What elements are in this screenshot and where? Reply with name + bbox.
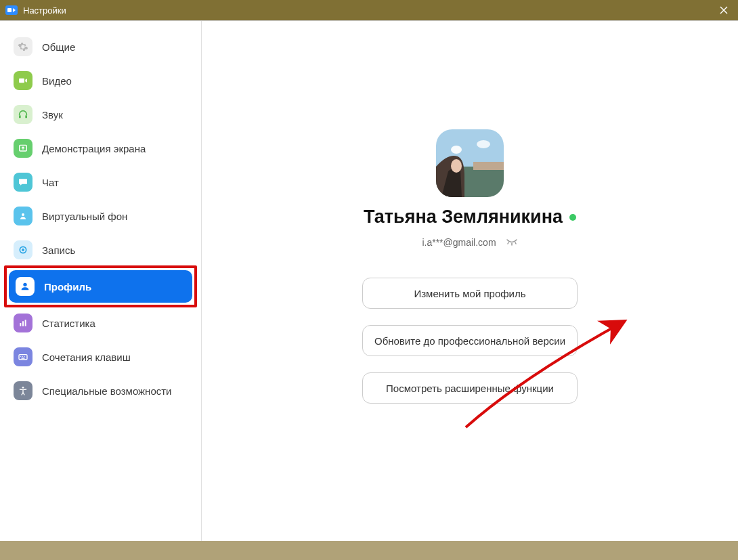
sidebar-item-label: Демонстрация экрана — [42, 143, 146, 154]
svg-rect-17 — [21, 358, 24, 358]
status-indicator-online — [569, 214, 576, 221]
sidebar-item-label: Чат — [42, 177, 59, 188]
chat-icon — [14, 173, 32, 192]
accessibility-icon — [14, 381, 32, 400]
video-icon — [14, 71, 32, 90]
svg-point-15 — [22, 356, 23, 357]
keyboard-icon — [14, 347, 32, 366]
sidebar-item-label: Общие — [42, 41, 75, 53]
svg-point-8 — [22, 249, 24, 251]
svg-line-25 — [508, 242, 508, 244]
stats-icon — [14, 314, 32, 332]
record-icon — [14, 240, 32, 259]
advanced-features-button[interactable]: Посмотреть расширенные функции — [362, 372, 578, 404]
crop-strip — [0, 541, 738, 560]
email-row: i.a***@gmail.com — [422, 237, 517, 248]
share-screen-icon — [14, 139, 32, 158]
virtual-bg-icon — [14, 207, 32, 225]
eye-closed-icon[interactable] — [506, 237, 518, 248]
annotation-highlight: Профиль — [4, 265, 197, 307]
sidebar-item-video[interactable]: Видео — [7, 64, 194, 97]
sidebar-item-label: Сочетания клавиш — [42, 351, 131, 363]
sidebar-item-virtual-bg[interactable]: Виртуальный фон — [7, 200, 194, 232]
svg-rect-21 — [473, 162, 504, 170]
sidebar: Общие Видео Звук Демонстрация экрана Чат — [0, 21, 202, 541]
button-label: Посмотреть расширенные функции — [386, 383, 554, 394]
user-name-row: Татьяна Земляникина — [364, 207, 576, 228]
sidebar-item-recording[interactable]: Запись — [7, 234, 194, 266]
edit-profile-button[interactable]: Изменить мой профиль — [362, 278, 578, 309]
app-icon — [5, 5, 18, 15]
upgrade-button[interactable]: Обновите до профессиональной версии — [362, 325, 578, 356]
button-label: Обновите до профессиональной версии — [374, 335, 565, 347]
svg-rect-10 — [20, 323, 21, 326]
sidebar-item-accessibility[interactable]: Специальные возможности — [7, 374, 194, 407]
sidebar-item-label: Видео — [42, 75, 72, 87]
profile-panel: Татьяна Земляникина i.a***@gmail.com Изм… — [202, 21, 738, 541]
sidebar-item-label: Виртуальный фон — [42, 211, 127, 222]
avatar[interactable] — [436, 129, 504, 197]
svg-rect-12 — [25, 320, 26, 326]
headphones-icon — [14, 105, 32, 124]
sidebar-item-profile[interactable]: Профиль — [9, 270, 192, 303]
sidebar-item-label: Профиль — [44, 281, 91, 293]
sidebar-item-screen-share[interactable]: Демонстрация экрана — [7, 132, 194, 165]
user-name: Татьяна Земляникина — [364, 207, 563, 228]
svg-rect-13 — [19, 355, 27, 360]
svg-line-27 — [515, 242, 516, 244]
sidebar-item-audio[interactable]: Звук — [7, 98, 194, 131]
gear-icon — [14, 37, 32, 56]
sidebar-item-stats[interactable]: Статистика — [7, 307, 194, 339]
svg-point-24 — [451, 159, 462, 173]
settings-window: Общие Видео Звук Демонстрация экрана Чат — [0, 20, 738, 541]
user-email: i.a***@gmail.com — [422, 237, 496, 248]
sidebar-item-label: Специальные возможности — [42, 385, 172, 397]
window-title: Настройки — [23, 5, 66, 16]
svg-rect-11 — [22, 321, 24, 326]
close-button[interactable] — [710, 0, 738, 20]
titlebar: Настройки — [0, 0, 738, 20]
svg-point-16 — [24, 356, 24, 357]
sidebar-item-label: Запись — [42, 244, 75, 256]
sidebar-item-general[interactable]: Общие — [7, 30, 194, 63]
sidebar-item-label: Статистика — [42, 318, 95, 329]
svg-rect-3 — [19, 115, 21, 118]
svg-point-18 — [22, 387, 24, 389]
sidebar-item-shortcuts[interactable]: Сочетания клавиш — [7, 341, 194, 373]
svg-point-14 — [20, 356, 21, 357]
svg-point-9 — [23, 283, 26, 286]
svg-point-22 — [451, 146, 462, 154]
person-icon — [16, 277, 35, 296]
svg-point-6 — [22, 213, 24, 216]
svg-rect-2 — [19, 79, 24, 83]
profile-buttons: Изменить мой профиль Обновите до професс… — [362, 278, 578, 404]
svg-point-23 — [477, 140, 490, 148]
sidebar-item-label: Звук — [42, 109, 63, 121]
sidebar-item-chat[interactable]: Чат — [7, 166, 194, 198]
button-label: Изменить мой профиль — [414, 288, 525, 299]
svg-rect-4 — [25, 115, 27, 118]
